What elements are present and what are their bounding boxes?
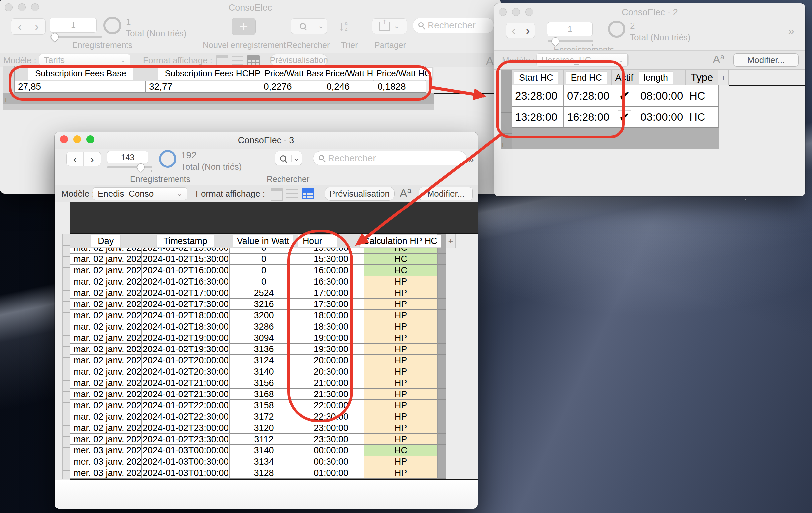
table-cell[interactable]: 22:30:00 <box>298 411 364 422</box>
column-header[interactable]: Actif <box>612 70 637 85</box>
find-button[interactable]: ⌄ <box>275 151 302 165</box>
table-cell[interactable]: 00:30:00 <box>298 456 364 467</box>
column-header[interactable]: Type <box>686 70 718 85</box>
table-cell[interactable]: 3172 <box>230 411 298 422</box>
table-cell[interactable]: 3158 <box>230 400 298 411</box>
list-view-icon[interactable] <box>232 56 243 65</box>
table-cell[interactable]: 3200 <box>230 310 298 321</box>
table-cell[interactable]: mar. 02 janv. 2024 <box>70 366 142 377</box>
record-slider[interactable] <box>548 40 593 42</box>
add-record-button[interactable]: + <box>3 95 8 105</box>
layout-dropdown[interactable]: Horaires_HC ⌄ <box>536 53 629 66</box>
table-cell[interactable]: 2024-01-02T20:30:00 <box>142 366 230 377</box>
table-cell[interactable]: 16:28:00 <box>563 107 612 128</box>
table-cell[interactable]: 2024-01-02T19:00:00 <box>142 332 230 343</box>
table-cell[interactable]: HP <box>364 276 438 287</box>
table-cell[interactable]: 21:00:00 <box>298 377 364 389</box>
table-cell[interactable]: mer. 03 janv. 2024 <box>70 445 142 456</box>
table-cell[interactable]: mar. 02 janv. 2024 <box>70 389 142 400</box>
table-cell[interactable]: HP <box>364 343 438 355</box>
table-cell[interactable]: 2024-01-02T22:00:00 <box>142 400 230 411</box>
preview-button[interactable]: Prévisualisation <box>324 187 395 201</box>
column-header[interactable]: Value in Watt <box>229 234 297 247</box>
table-cell[interactable]: HP <box>364 422 438 433</box>
chevron-down-icon[interactable]: ⌄ <box>315 23 327 30</box>
table-cell[interactable]: 0 <box>230 247 298 253</box>
table-cell[interactable]: HP <box>364 467 438 479</box>
table-cell[interactable]: mer. 03 janv. 2024 <box>70 456 142 467</box>
actif-checkbox[interactable]: ✔ <box>618 89 631 103</box>
layout-dropdown[interactable]: Tarifs ⌄ <box>39 54 130 66</box>
table-cell[interactable]: HC <box>686 85 719 107</box>
add-record-button[interactable]: + <box>500 140 505 150</box>
table-cell[interactable]: 2024-01-02T15:30:00 <box>142 253 230 265</box>
table-cell[interactable]: 2024-01-03T01:00:00 <box>142 467 230 479</box>
table-cell[interactable]: 0,246 <box>323 81 374 93</box>
table-cell[interactable]: HC <box>364 265 438 276</box>
table-cell[interactable]: 08:00:00 <box>637 85 686 107</box>
table-cell[interactable]: 16:00:00 <box>298 265 364 276</box>
table-cell[interactable]: 3134 <box>230 456 298 467</box>
table-cell[interactable]: 23:30:00 <box>298 433 364 445</box>
table-cell[interactable]: HP <box>364 332 438 343</box>
table-cell[interactable]: 3124 <box>230 355 298 366</box>
table-cell[interactable]: HP <box>364 366 438 377</box>
table-cell[interactable]: 0,2276 <box>260 81 323 93</box>
record-slider-thumb[interactable] <box>136 162 146 173</box>
table-cell[interactable]: mar. 02 janv. 2024 <box>70 433 142 445</box>
table-cell[interactable]: 3286 <box>230 321 298 332</box>
table-cell[interactable]: HP <box>364 377 438 389</box>
column-header[interactable]: End HC <box>563 70 612 85</box>
record-slider[interactable] <box>50 36 102 38</box>
table-cell[interactable]: HP <box>364 456 438 467</box>
table-cell[interactable]: mar. 02 janv. 2024 <box>70 377 142 389</box>
column-header[interactable]: length <box>637 70 686 85</box>
table-cell[interactable]: 0 <box>230 265 298 276</box>
record-number-field[interactable] <box>547 22 593 36</box>
record-slider[interactable] <box>107 167 152 168</box>
sort-button[interactable]: ↓ az <box>334 19 352 34</box>
table-cell[interactable]: 20:00:00 <box>298 355 364 366</box>
modify-button[interactable]: Modifier... <box>733 53 799 66</box>
table-cell[interactable]: 2024-01-02T19:30:00 <box>142 343 230 355</box>
table-cell[interactable]: 17:30:00 <box>298 299 364 310</box>
add-column-button[interactable]: + <box>446 234 456 247</box>
table-cell[interactable]: 0 <box>230 253 298 265</box>
table-cell[interactable]: 27,85 <box>14 81 146 93</box>
table-cell[interactable]: 2524 <box>230 287 298 299</box>
table-cell[interactable]: 3112 <box>230 433 298 445</box>
table-cell[interactable]: 2024-01-03T00:00:00 <box>142 445 230 456</box>
column-header[interactable]: Day <box>70 234 141 247</box>
table-cell[interactable]: 2024-01-03T00:30:00 <box>142 456 230 467</box>
table-cell[interactable]: 3156 <box>230 377 298 389</box>
chevron-down-icon[interactable]: ⌄ <box>394 23 400 30</box>
table-cell[interactable]: mar. 02 janv. 2024 <box>70 355 142 366</box>
table-cell[interactable]: ✔ <box>612 107 637 128</box>
preview-button[interactable]: Prévisualisation <box>270 54 327 66</box>
table-cell[interactable]: 19:00:00 <box>298 332 364 343</box>
table-cell[interactable]: HP <box>364 411 438 422</box>
quick-search-field[interactable] <box>413 18 494 33</box>
previous-record-button[interactable]: ‹ <box>506 23 521 38</box>
table-cell[interactable]: mar. 02 janv. 2024 <box>70 265 142 276</box>
table-cell[interactable]: HC <box>364 247 438 253</box>
column-header[interactable]: Calculation HP HC <box>363 234 437 247</box>
table-cell[interactable]: 0 <box>230 276 298 287</box>
table-cell[interactable]: mar. 02 janv. 2024 <box>70 343 142 355</box>
text-size-icon[interactable]: Aa <box>400 186 411 200</box>
table-cell[interactable]: 2024-01-02T22:30:00 <box>142 411 230 422</box>
add-column-button[interactable]: + <box>718 70 729 85</box>
table-cell[interactable]: HP <box>364 321 438 332</box>
table-cell[interactable]: mar. 02 janv. 2024 <box>70 247 142 253</box>
table-cell[interactable]: 17:00:00 <box>298 287 364 299</box>
table-cell[interactable]: 2024-01-02T21:00:00 <box>142 377 230 389</box>
table-cell[interactable]: HC <box>364 445 438 456</box>
titlebar[interactable]: ConsoElec <box>0 0 501 14</box>
table-cell[interactable]: 3120 <box>230 422 298 433</box>
table-cell[interactable]: 01:00:00 <box>298 467 364 479</box>
titlebar[interactable]: ConsoElec - 3 <box>55 132 477 149</box>
toolbar-overflow-chevron[interactable]: » <box>788 25 794 37</box>
modify-button[interactable]: Modifier... <box>419 187 472 200</box>
column-header[interactable]: Subscription Fees HCHP <box>144 66 259 81</box>
table-cell[interactable]: 2024-01-02T15:00:00 <box>142 247 230 253</box>
